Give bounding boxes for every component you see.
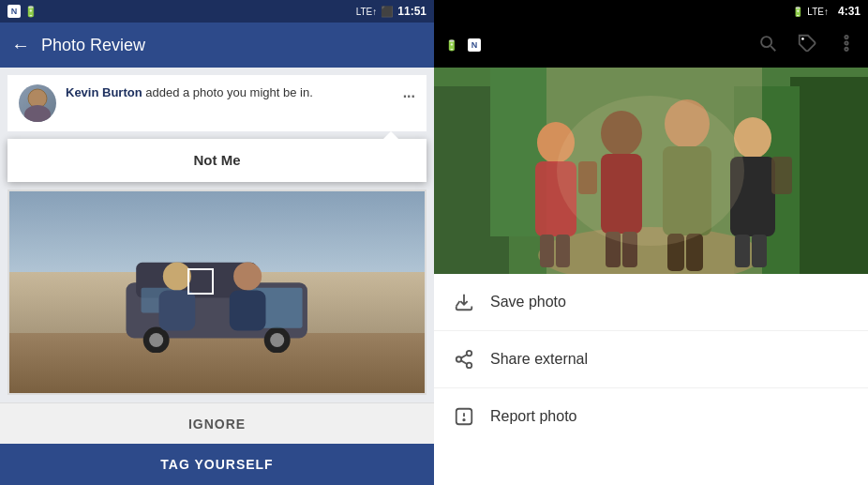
svg-point-15 <box>761 37 771 47</box>
right-status-bar: 🔋 LTE↑ 4:31 <box>434 0 868 23</box>
svg-point-47 <box>467 351 472 356</box>
svg-rect-30 <box>540 235 554 267</box>
share-external-icon <box>453 348 475 371</box>
svg-line-16 <box>771 46 775 51</box>
notification-message: added a photo you might be in. <box>142 85 313 99</box>
user-name: Kevin Burton <box>66 85 142 99</box>
svg-rect-42 <box>735 235 750 267</box>
signal-icon-left: LTE↑ <box>356 7 378 17</box>
right-phone: 🔋 LTE↑ 4:31 🔋 N <box>434 0 868 485</box>
more-options[interactable]: ... <box>403 84 415 101</box>
left-content: Kevin Burton added a photo you might be … <box>0 68 434 485</box>
svg-point-54 <box>463 419 464 420</box>
svg-point-17 <box>801 38 804 40</box>
save-photo-item[interactable]: Save photo <box>434 274 868 331</box>
n-icon: N <box>7 5 21 18</box>
page-title: Photo Review <box>41 36 145 55</box>
svg-rect-12 <box>158 290 195 330</box>
right-status-icons: 🔋 LTE↑ <box>792 7 829 17</box>
right-status-icons-left: LTE↑ ⬛ 11:51 <box>356 5 427 18</box>
svg-rect-43 <box>752 235 767 267</box>
left-status-icons: N 🔋 <box>7 5 37 18</box>
people-silhouettes <box>93 256 342 337</box>
back-button[interactable]: ← <box>11 35 30 56</box>
report-photo-icon <box>453 405 475 428</box>
signal-icon-right: LTE↑ <box>807 7 829 17</box>
not-me-tooltip[interactable]: Not Me <box>7 139 427 182</box>
action-buttons: IGNORE TAG YOURSELF <box>0 402 434 485</box>
save-photo-label: Save photo <box>490 294 566 311</box>
photo-scene <box>9 191 425 393</box>
main-photo <box>434 68 868 274</box>
svg-point-49 <box>467 363 472 369</box>
svg-line-51 <box>461 355 467 358</box>
time-right: 4:31 <box>838 5 861 18</box>
save-photo-icon <box>453 291 475 313</box>
svg-rect-31 <box>556 235 570 267</box>
notification-card: Kevin Burton added a photo you might be … <box>7 75 427 131</box>
report-photo-item[interactable]: Report photo <box>434 388 868 445</box>
svg-point-46 <box>557 96 744 246</box>
battery-icon-left: 🔋 <box>24 6 37 18</box>
not-me-label[interactable]: Not Me <box>194 152 241 168</box>
photo-preview <box>7 189 427 395</box>
tag-icon[interactable] <box>797 33 817 57</box>
svg-rect-23 <box>790 77 868 274</box>
ignore-button[interactable]: IGNORE <box>0 402 434 444</box>
right-toolbar: 🔋 N <box>434 23 868 68</box>
tag-yourself-button[interactable]: TAG YOURSELF <box>0 444 434 485</box>
hiking-photo <box>434 68 868 274</box>
svg-point-19 <box>845 41 847 44</box>
n-badge-right: N <box>468 38 481 52</box>
face-detection-box <box>187 268 214 295</box>
avatar-image <box>19 84 56 122</box>
battery-icon-right: 🔋 <box>792 7 803 17</box>
report-photo-label: Report photo <box>490 408 577 425</box>
notification-text: Kevin Burton added a photo you might be … <box>66 84 394 101</box>
svg-point-13 <box>233 262 262 290</box>
battery-top-right: 🔋 <box>445 39 458 52</box>
svg-point-48 <box>456 356 462 362</box>
left-toolbar: ← Photo Review <box>0 23 434 68</box>
svg-point-2 <box>24 105 51 122</box>
left-phone: N 🔋 LTE↑ ⬛ 11:51 ← Photo Review <box>0 0 434 485</box>
svg-point-20 <box>845 48 847 51</box>
svg-rect-14 <box>229 290 265 330</box>
time-left: 11:51 <box>397 5 427 18</box>
share-external-item[interactable]: Share external <box>434 331 868 388</box>
more-icon[interactable] <box>836 33 857 57</box>
svg-line-50 <box>461 360 467 364</box>
app-icons-right: 🔋 N <box>445 38 481 52</box>
svg-point-18 <box>845 36 847 38</box>
left-status-bar: N 🔋 LTE↑ ⬛ 11:51 <box>0 0 434 23</box>
share-external-label: Share external <box>490 351 588 368</box>
battery-percent-left: ⬛ <box>381 6 394 18</box>
svg-point-11 <box>162 262 190 290</box>
svg-rect-45 <box>771 157 792 194</box>
user-avatar <box>19 84 56 122</box>
search-icon[interactable] <box>757 33 778 57</box>
menu-list: Save photo Share external <box>434 274 868 485</box>
